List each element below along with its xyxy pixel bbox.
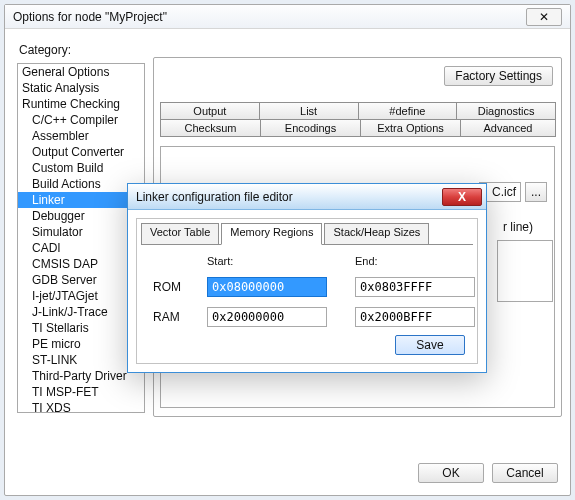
save-button[interactable]: Save (395, 335, 465, 355)
options-tabstrip: OutputList#defineDiagnostics ChecksumEnc… (160, 102, 555, 137)
category-item[interactable]: Assembler (18, 128, 144, 144)
options-tab[interactable]: Checksum (160, 119, 261, 137)
category-item[interactable]: J-Link/J-Trace (18, 304, 144, 320)
category-item[interactable]: Output Converter (18, 144, 144, 160)
rom-start-input[interactable] (207, 277, 327, 297)
ram-end-input[interactable] (355, 307, 475, 327)
close-icon: X (458, 190, 466, 204)
modal-tabstrip: Vector TableMemory RegionsStack/Heap Siz… (141, 223, 473, 245)
category-item[interactable]: Custom Build (18, 160, 144, 176)
category-list[interactable]: General OptionsStatic AnalysisRuntime Ch… (17, 63, 145, 413)
browse-button[interactable]: ... (525, 182, 547, 202)
modal-body: Vector TableMemory RegionsStack/Heap Siz… (136, 218, 478, 364)
factory-settings-button[interactable]: Factory Settings (444, 66, 553, 86)
category-item[interactable]: Runtime Checking (18, 96, 144, 112)
modal-title: Linker configuration file editor (136, 190, 293, 204)
window-close-button[interactable]: ✕ (526, 8, 562, 26)
save-wrap: Save (395, 335, 465, 355)
modal-tab[interactable]: Memory Regions (221, 223, 322, 245)
category-item[interactable]: ST-LINK (18, 352, 144, 368)
memory-regions-grid: Start: End: ROM RAM (153, 255, 461, 327)
category-item[interactable]: Debugger (18, 208, 144, 224)
ram-start-input[interactable] (207, 307, 327, 327)
ellipsis-icon: ... (531, 185, 541, 199)
options-tab[interactable]: Extra Options (360, 119, 461, 137)
rom-label: ROM (153, 280, 201, 294)
category-item[interactable]: TI Stellaris (18, 320, 144, 336)
start-header: Start: (207, 255, 327, 267)
category-item[interactable]: Build Actions (18, 176, 144, 192)
icf-path-row: C.icf ... (479, 182, 547, 202)
category-item[interactable]: Third-Party Driver (18, 368, 144, 384)
category-item[interactable]: TI MSP-FET (18, 384, 144, 400)
category-item[interactable]: Linker (18, 192, 144, 208)
title-bar: Options for node "MyProject" ✕ (5, 5, 570, 29)
ok-button[interactable]: OK (418, 463, 484, 483)
category-item[interactable]: PE micro (18, 336, 144, 352)
cancel-button[interactable]: Cancel (492, 463, 558, 483)
category-item[interactable]: Static Analysis (18, 80, 144, 96)
options-tab[interactable]: Output (160, 102, 260, 119)
ram-label: RAM (153, 310, 201, 324)
category-item[interactable]: GDB Server (18, 272, 144, 288)
end-header: End: (355, 255, 475, 267)
options-tab[interactable]: List (259, 102, 359, 119)
modal-title-bar: Linker configuration file editor X (128, 184, 486, 210)
modal-tab[interactable]: Vector Table (141, 223, 219, 245)
options-tab[interactable]: #define (358, 102, 458, 119)
options-tab[interactable]: Advanced (460, 119, 556, 137)
category-item[interactable]: General Options (18, 64, 144, 80)
options-tab[interactable]: Diagnostics (456, 102, 556, 119)
factory-settings-wrap: Factory Settings (444, 66, 553, 86)
rom-end-input[interactable] (355, 277, 475, 297)
category-item[interactable]: C/C++ Compiler (18, 112, 144, 128)
modal-tab[interactable]: Stack/Heap Sizes (324, 223, 429, 245)
category-item[interactable]: Simulator (18, 224, 144, 240)
window-title: Options for node "MyProject" (13, 5, 167, 29)
options-tab[interactable]: Encodings (260, 119, 361, 137)
category-item[interactable]: CADI (18, 240, 144, 256)
dialog-buttons: OK Cancel (418, 463, 558, 483)
category-label: Category: (19, 43, 71, 57)
symbols-textarea[interactable] (497, 240, 553, 302)
category-item[interactable]: CMSIS DAP (18, 256, 144, 272)
category-item[interactable]: TI XDS (18, 400, 144, 413)
category-item[interactable]: I-jet/JTAGjet (18, 288, 144, 304)
linker-config-editor-dialog: Linker configuration file editor X Vecto… (127, 183, 487, 373)
options-dialog: Options for node "MyProject" ✕ Category:… (4, 4, 571, 496)
close-icon: ✕ (539, 5, 549, 29)
modal-close-button[interactable]: X (442, 188, 482, 206)
per-line-label: r line) (503, 220, 533, 234)
obscured-content (169, 153, 329, 167)
